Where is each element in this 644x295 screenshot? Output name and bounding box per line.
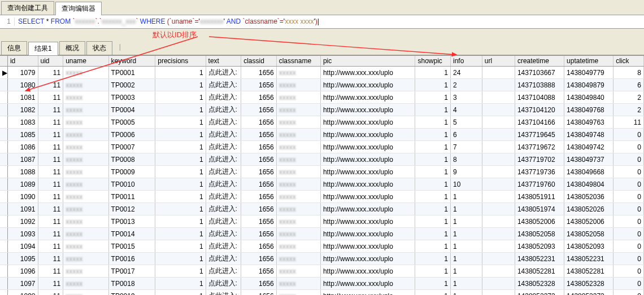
cell-url[interactable] — [482, 116, 515, 129]
cell-id[interactable]: 1094 — [7, 240, 38, 253]
cell-pic[interactable]: http://www.xxx.xxx/uplo — [320, 104, 415, 116]
cell-text[interactable]: 点此进入: — [206, 253, 241, 265]
cell-url[interactable] — [482, 166, 515, 178]
cell-keyword[interactable]: TP0003 — [108, 91, 155, 104]
cell-classname[interactable]: xxxxx — [276, 240, 320, 253]
cell-id[interactable]: 1080 — [7, 79, 38, 91]
cell-showpic[interactable]: 1 — [415, 215, 451, 228]
cell-precisions[interactable]: 1 — [155, 191, 206, 203]
cell-classname[interactable]: xxxxx — [276, 178, 320, 191]
cell-id[interactable]: 1083 — [7, 116, 38, 129]
cell-info[interactable]: 1 — [451, 253, 482, 265]
cell-info[interactable]: 1 — [451, 290, 482, 296]
table-row[interactable]: 108711xxxxxTP00081点此进入:1656xxxxxhttp://w… — [0, 153, 644, 166]
subtab-info[interactable]: 信息 — [1, 41, 27, 55]
cell-id[interactable]: 1085 — [7, 129, 38, 141]
cell-keyword[interactable]: TP0001 — [108, 67, 155, 79]
cell-classid[interactable]: 1656 — [241, 91, 277, 104]
cell-text[interactable]: 点此进入: — [206, 265, 241, 278]
cell-name[interactable]: xxxxx — [63, 178, 108, 191]
cell-classname[interactable]: xxxxx — [276, 116, 320, 129]
cell-uid[interactable]: 11 — [38, 153, 63, 166]
cell-text[interactable]: 点此进入: — [206, 278, 241, 290]
cell-precisions[interactable]: 1 — [155, 253, 206, 265]
col-header-classname[interactable]: classname — [276, 56, 320, 67]
cell-classname[interactable]: xxxxx — [276, 129, 320, 141]
sql-text[interactable]: SELECT * FROM `xxxxxx`.`xxxxxx_xxx` WHER… — [15, 17, 319, 26]
cell-showpic[interactable]: 1 — [415, 253, 451, 265]
cell-uptatetime[interactable]: 1438049840 — [564, 91, 613, 104]
cell-classname[interactable]: xxxxx — [276, 265, 320, 278]
cell-uptatetime[interactable]: 1438052058 — [564, 228, 613, 240]
cell-info[interactable]: 1 — [451, 265, 482, 278]
cell-name[interactable]: xxxxx — [63, 91, 108, 104]
cell-click[interactable]: 0 — [613, 203, 644, 215]
subtab-status[interactable]: 状态 — [86, 41, 112, 55]
cell-pic[interactable]: http://www.xxx.xxx/uplo — [320, 215, 415, 228]
cell-pic[interactable]: http://www.xxx.xxx/uplo — [320, 67, 415, 79]
cell-keyword[interactable]: TP0007 — [108, 141, 155, 153]
cell-uptatetime[interactable]: 1438052026 — [564, 203, 613, 215]
cell-uptatetime[interactable]: 1438049879 — [564, 79, 613, 91]
cell-uid[interactable]: 11 — [38, 91, 63, 104]
cell-classname[interactable]: xxxxx — [276, 253, 320, 265]
cell-url[interactable] — [482, 191, 515, 203]
cell-id[interactable]: 1089 — [7, 178, 38, 191]
cell-showpic[interactable]: 1 — [415, 240, 451, 253]
cell-click[interactable]: 0 — [613, 228, 644, 240]
cell-info[interactable]: 1 — [451, 278, 482, 290]
cell-createtime[interactable]: 1437719702 — [515, 153, 564, 166]
cell-precisions[interactable]: 1 — [155, 91, 206, 104]
col-header-precisions[interactable]: precisions — [155, 56, 206, 67]
cell-name[interactable]: xxxxx — [63, 79, 108, 91]
cell-url[interactable] — [482, 203, 515, 215]
cell-keyword[interactable]: TP0002 — [108, 79, 155, 91]
cell-pic[interactable]: http://www.xxx.xxx/uplo — [320, 191, 415, 203]
table-row[interactable]: 109411xxxxxTP00151点此进入:1656xxxxxhttp://w… — [0, 240, 644, 253]
cell-showpic[interactable]: 1 — [415, 203, 451, 215]
col-header-click[interactable]: click — [613, 56, 644, 67]
cell-click[interactable]: 2 — [613, 91, 644, 104]
cell-uid[interactable]: 11 — [38, 116, 63, 129]
cell-pic[interactable]: http://www.xxx.xxx/uplo — [320, 253, 415, 265]
table-row[interactable]: 109811xxxxxTP00191点此进入:1656xxxxxhttp://w… — [0, 290, 644, 296]
cell-createtime[interactable]: 1437103667 — [515, 67, 564, 79]
cell-createtime[interactable]: 1437719645 — [515, 129, 564, 141]
cell-uid[interactable]: 11 — [38, 215, 63, 228]
cell-classid[interactable]: 1656 — [241, 153, 277, 166]
cell-info[interactable]: 1 — [451, 240, 482, 253]
cell-showpic[interactable]: 1 — [415, 178, 451, 191]
cell-id[interactable]: 1090 — [7, 191, 38, 203]
cell-classid[interactable]: 1656 — [241, 129, 277, 141]
cell-info[interactable]: 7 — [451, 141, 482, 153]
cell-uptatetime[interactable]: 1438049742 — [564, 141, 613, 153]
cell-click[interactable]: 0 — [613, 290, 644, 296]
cell-text[interactable]: 点此进入: — [206, 129, 241, 141]
cell-info[interactable]: 2 — [451, 79, 482, 91]
cell-classid[interactable]: 1656 — [241, 166, 277, 178]
cell-uptatetime[interactable]: 1438049779 — [564, 67, 613, 79]
cell-pic[interactable]: http://www.xxx.xxx/uplo — [320, 278, 415, 290]
cell-id[interactable]: 1092 — [7, 215, 38, 228]
cell-text[interactable]: 点此进入: — [206, 228, 241, 240]
cell-info[interactable]: 1 — [451, 203, 482, 215]
cell-pic[interactable]: http://www.xxx.xxx/uplo — [320, 116, 415, 129]
cell-info[interactable]: 3 — [451, 91, 482, 104]
cell-name[interactable]: xxxxx — [63, 67, 108, 79]
cell-name[interactable]: xxxxx — [63, 166, 108, 178]
cell-pic[interactable]: http://www.xxx.xxx/uplo — [320, 265, 415, 278]
cell-classname[interactable]: xxxxx — [276, 215, 320, 228]
cell-createtime[interactable]: 1437104120 — [515, 104, 564, 116]
cell-uid[interactable]: 11 — [38, 278, 63, 290]
cell-keyword[interactable]: TP0015 — [108, 240, 155, 253]
col-header-name[interactable]: uname — [63, 56, 108, 67]
cell-url[interactable] — [482, 265, 515, 278]
cell-id[interactable]: 1082 — [7, 104, 38, 116]
table-row[interactable]: 108811xxxxxTP00091点此进入:1656xxxxxhttp://w… — [0, 166, 644, 178]
cell-classid[interactable]: 1656 — [241, 191, 277, 203]
cell-info[interactable]: 10 — [451, 178, 482, 191]
cell-info[interactable]: 24 — [451, 67, 482, 79]
cell-pic[interactable]: http://www.xxx.xxx/uplo — [320, 178, 415, 191]
cell-classname[interactable]: xxxxx — [276, 91, 320, 104]
cell-name[interactable]: xxxxx — [63, 191, 108, 203]
